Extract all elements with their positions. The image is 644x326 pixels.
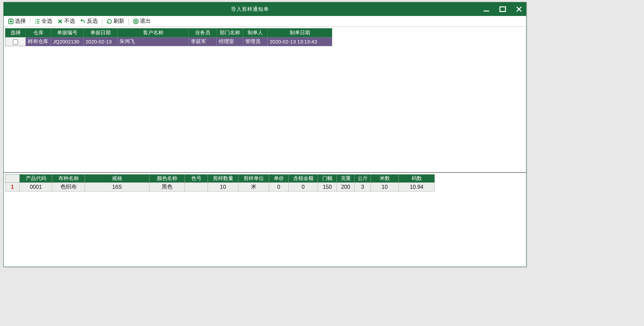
col-meters[interactable]: 米数 <box>371 175 399 183</box>
cell-color-name[interactable]: 黑色 <box>149 183 185 192</box>
col-qty[interactable]: 剪样数量 <box>208 175 238 183</box>
exit-button[interactable]: 退出 <box>131 17 153 26</box>
col-customer[interactable]: 客户名称 <box>118 29 189 37</box>
col-price[interactable]: 单价 <box>269 175 289 183</box>
cell-creator[interactable]: 管理员 <box>243 37 268 46</box>
col-salesman[interactable]: 业务员 <box>189 29 217 37</box>
deselect-button[interactable]: 不选 <box>55 17 77 26</box>
col-tax-amt[interactable]: 含税金额 <box>289 175 318 183</box>
toolbar-separator <box>102 18 102 25</box>
cell-docno[interactable]: JQ2002130 <box>51 37 84 46</box>
toolbar: 选择 全选 不选 反选 刷新 <box>4 16 526 27</box>
list-check-icon <box>34 18 40 24</box>
col-weight[interactable]: 克重 <box>337 175 355 183</box>
checkbox-icon[interactable] <box>13 39 18 44</box>
minimize-button[interactable] <box>483 5 490 13</box>
dialog-window: 导入剪样通知单 选择 全选 <box>3 2 526 267</box>
col-spec[interactable]: 规格 <box>85 175 149 183</box>
cell-unit[interactable]: 米 <box>238 183 269 192</box>
table-row[interactable]: 1 0001 色织布 16S 黑色 10 米 0 0 150 200 3 10 … <box>5 183 435 192</box>
col-created[interactable]: 制单日期 <box>268 29 332 37</box>
toolbar-separator <box>30 18 30 25</box>
col-product-code[interactable]: 产品代码 <box>20 175 52 183</box>
select-all-label: 全选 <box>41 18 52 25</box>
cell-warehouse[interactable]: 样布仓库 <box>26 37 51 46</box>
cell-qty[interactable]: 10 <box>208 183 238 192</box>
cell-meters[interactable]: 10 <box>371 183 399 192</box>
select-button[interactable]: 选择 <box>6 17 28 26</box>
col-docno[interactable]: 单据编号 <box>51 29 84 37</box>
col-kg[interactable]: 公斤 <box>355 175 371 183</box>
refresh-label: 刷新 <box>113 18 124 25</box>
col-color-no[interactable]: 色号 <box>185 175 208 183</box>
cell-color-no[interactable] <box>185 183 208 192</box>
invert-button[interactable]: 反选 <box>78 17 100 26</box>
col-docdate[interactable]: 单据日期 <box>84 29 118 37</box>
col-corner <box>5 175 20 183</box>
cell-weight[interactable]: 200 <box>337 183 355 192</box>
cell-created[interactable]: 2020-02-13 13:13:43 <box>268 37 332 46</box>
titlebar: 导入剪样通知单 <box>4 2 526 16</box>
cell-salesman[interactable]: 李延军 <box>189 37 217 46</box>
refresh-button[interactable]: 刷新 <box>104 17 126 26</box>
x-icon <box>57 18 63 24</box>
cell-docdate[interactable]: 2020-02-13 <box>84 37 118 46</box>
select-label: 选择 <box>15 18 26 25</box>
col-color-name[interactable]: 颜色名称 <box>149 175 185 183</box>
close-button[interactable] <box>515 5 523 13</box>
window-controls <box>483 5 523 13</box>
col-creator[interactable]: 制单人 <box>243 29 268 37</box>
col-yards[interactable]: 码数 <box>399 175 435 183</box>
row-checkbox-cell[interactable] <box>5 37 26 46</box>
col-dept[interactable]: 部门名称 <box>217 29 243 37</box>
details-table[interactable]: 产品代码 布种名称 规格 颜色名称 色号 剪样数量 剪样单位 单价 含税金额 门… <box>5 174 435 192</box>
upper-grid-area: 选择 仓库 单据编号 单据日期 客户名称 业务员 部门名称 制单人 制单日期 样… <box>4 27 526 172</box>
col-fabric-name[interactable]: 布种名称 <box>52 175 85 183</box>
cell-tax-amt[interactable]: 0 <box>289 183 318 192</box>
invert-label: 反选 <box>87 18 98 25</box>
cell-price[interactable]: 0 <box>269 183 289 192</box>
exit-icon <box>133 18 139 24</box>
cell-width[interactable]: 150 <box>318 183 337 192</box>
cell-spec[interactable]: 16S <box>85 183 149 192</box>
cell-customer[interactable]: 朱鸿飞 <box>118 37 189 46</box>
maximize-button[interactable] <box>499 5 506 13</box>
select-all-button[interactable]: 全选 <box>32 17 54 26</box>
deselect-label: 不选 <box>64 18 75 25</box>
toolbar-separator <box>128 18 129 25</box>
orders-table[interactable]: 选择 仓库 单据编号 单据日期 客户名称 业务员 部门名称 制单人 制单日期 样… <box>5 28 332 46</box>
lower-grid-area: 产品代码 布种名称 规格 颜色名称 色号 剪样数量 剪样单位 单价 含税金额 门… <box>4 172 526 267</box>
refresh-icon <box>106 18 112 24</box>
cell-fabric-name[interactable]: 色织布 <box>52 183 85 192</box>
window-title: 导入剪样通知单 <box>17 6 483 13</box>
cell-rownum: 1 <box>5 183 20 192</box>
cell-dept[interactable]: 经理室 <box>217 37 243 46</box>
undo-arrow-icon <box>80 18 86 24</box>
cell-product-code[interactable]: 0001 <box>20 183 52 192</box>
svg-rect-2 <box>500 7 506 12</box>
download-icon <box>8 18 14 24</box>
col-warehouse[interactable]: 仓库 <box>26 29 51 37</box>
cell-kg[interactable]: 3 <box>355 183 371 192</box>
col-width[interactable]: 门幅 <box>318 175 337 183</box>
col-unit[interactable]: 剪样单位 <box>238 175 269 183</box>
cell-yards[interactable]: 10.94 <box>399 183 435 192</box>
exit-label: 退出 <box>140 18 151 25</box>
col-select[interactable]: 选择 <box>5 29 26 37</box>
table-row[interactable]: 样布仓库 JQ2002130 2020-02-13 朱鸿飞 李延军 经理室 管理… <box>5 37 332 46</box>
